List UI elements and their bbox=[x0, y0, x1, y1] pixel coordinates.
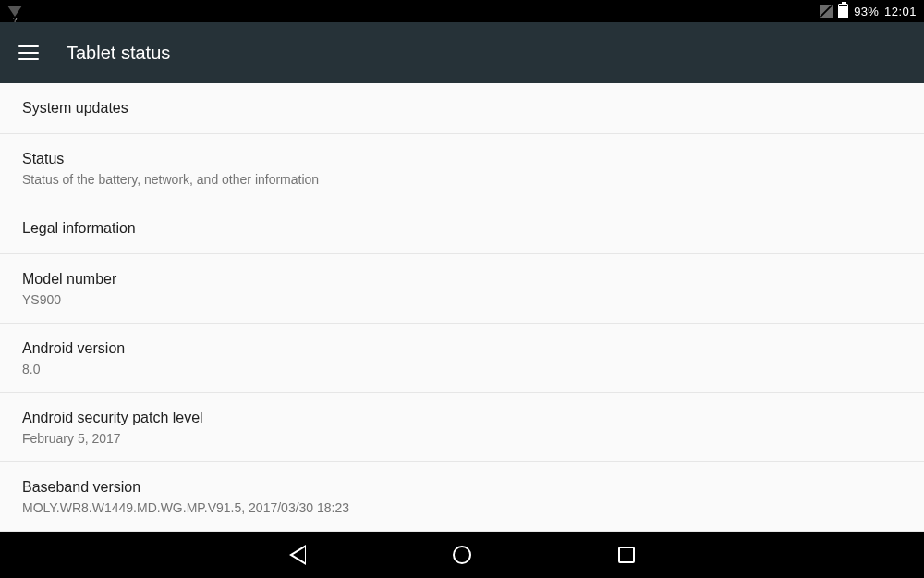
row-label: Android version bbox=[22, 338, 902, 359]
no-sim-icon bbox=[820, 5, 833, 18]
row-subtext: Status of the battery, network, and othe… bbox=[22, 171, 902, 188]
row-system-updates[interactable]: System updates bbox=[0, 83, 924, 134]
screen: 93% 12:01 Tablet status System updates S… bbox=[0, 0, 924, 578]
row-label: Status bbox=[22, 149, 902, 169]
status-bar: 93% 12:01 bbox=[0, 0, 924, 22]
row-model-number[interactable]: Model number YS900 bbox=[0, 254, 924, 324]
row-baseband-version[interactable]: Baseband version MOLY.WR8.W1449.MD.WG.MP… bbox=[0, 462, 924, 532]
menu-icon[interactable] bbox=[18, 45, 39, 60]
row-label: Legal information bbox=[22, 218, 902, 239]
app-bar: Tablet status bbox=[0, 22, 924, 83]
home-icon bbox=[453, 546, 471, 564]
recent-apps-button[interactable] bbox=[614, 542, 639, 568]
row-security-patch[interactable]: Android security patch level February 5,… bbox=[0, 393, 924, 462]
row-subtext: YS900 bbox=[22, 291, 902, 308]
recent-icon bbox=[618, 547, 635, 563]
row-subtext: MOLY.WR8.W1449.MD.WG.MP.V91.5, 2017/03/3… bbox=[22, 499, 902, 516]
row-android-version[interactable]: Android version 8.0 bbox=[0, 324, 924, 393]
settings-list[interactable]: System updates Status Status of the batt… bbox=[0, 83, 924, 532]
navigation-bar bbox=[0, 532, 924, 578]
wifi-no-connection-icon bbox=[7, 6, 22, 17]
row-legal-information[interactable]: Legal information bbox=[0, 203, 924, 254]
row-label: Android security patch level bbox=[22, 408, 902, 428]
row-label: Model number bbox=[22, 269, 902, 289]
row-label: System updates bbox=[22, 98, 902, 118]
row-subtext: 8.0 bbox=[22, 361, 902, 377]
row-label: Baseband version bbox=[22, 477, 902, 498]
back-button[interactable] bbox=[285, 542, 310, 568]
page-title: Tablet status bbox=[67, 43, 170, 64]
back-icon bbox=[289, 545, 306, 565]
battery-percentage: 93% bbox=[854, 5, 879, 18]
row-status[interactable]: Status Status of the battery, network, a… bbox=[0, 134, 924, 203]
clock: 12:01 bbox=[884, 5, 917, 18]
battery-icon bbox=[838, 4, 848, 18]
row-subtext: February 5, 2017 bbox=[22, 430, 902, 447]
home-button[interactable] bbox=[449, 542, 475, 568]
